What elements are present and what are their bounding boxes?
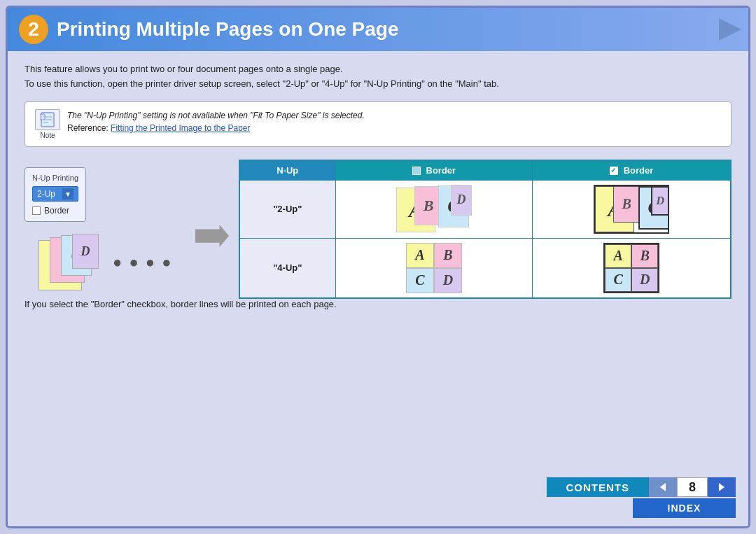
intro-line1: This feature allows you to print two or … <box>24 64 343 74</box>
nup-panel-title: N-Up Printing <box>32 174 78 182</box>
illus-2up-border: A B C D <box>594 185 669 234</box>
border-checkbox-icon <box>610 167 618 175</box>
svg-marker-5 <box>660 483 666 491</box>
bottom-nav: CONTENTS 8 INDEX <box>547 477 736 518</box>
arrow-right-icon <box>195 225 229 247</box>
main-content: This feature allows you to print two or … <box>8 51 748 328</box>
nup-select-dropdown[interactable]: 2-Up ▼ <box>32 186 78 202</box>
illus-4up-nb-b: B <box>434 243 462 268</box>
header-arrow-icon <box>719 18 741 41</box>
cell-4up-border: A B C D <box>533 238 731 298</box>
ellipsis-dots: ● ● ● ● <box>113 253 173 272</box>
result-table: N-Up Border Border "2-Up" <box>239 160 732 299</box>
page-title: Printing Multiple Pages on One Page <box>57 18 399 41</box>
table-row-2up: "2-Up" A B C D <box>239 180 731 238</box>
illus-2up-noborder: A B C D <box>396 185 472 234</box>
illus-2up-nb-d: D <box>451 185 472 216</box>
intro-text: This feature allows you to print two or … <box>24 62 732 92</box>
note-icon <box>35 109 60 130</box>
stacked-pages: A B C D <box>38 234 108 290</box>
note-link[interactable]: Fitting the Printed Image to the Paper <box>111 123 250 133</box>
illus-4up-border: A B C D <box>603 243 659 293</box>
row-label-2up: "2-Up" <box>239 180 335 238</box>
nup-panel-box: N-Up Printing 2-Up ▼ Border <box>24 167 86 222</box>
border-checkbox-label: Border <box>44 206 69 216</box>
footer-text: If you select the "Border" checkbox, bor… <box>24 299 732 309</box>
svg-rect-4 <box>40 114 45 120</box>
page-number: 8 <box>677 477 708 497</box>
nav-bottom-row: INDEX <box>633 498 736 518</box>
note-ref: Reference: Fitting the Printed Image to … <box>67 122 365 134</box>
cell-2up-noborder: A B C D <box>335 180 533 238</box>
illus-4up-b-c: C <box>605 268 631 292</box>
nup-select-value: 2-Up <box>37 189 55 199</box>
intro-line2: To use this function, open the printer d… <box>24 78 499 89</box>
page-container: 2 Printing Multiple Pages on One Page Th… <box>6 6 750 528</box>
pages-illustration: A B C D ● ● ● ● <box>38 234 173 290</box>
nav-right-button[interactable] <box>708 477 736 497</box>
illus-4up-b-b: B <box>631 244 658 268</box>
illus-4up-nb-d: D <box>434 268 462 293</box>
cell-4up-noborder: A B C D <box>335 238 533 298</box>
note-box: Note The "N-Up Printing" setting is not … <box>24 101 732 147</box>
illus-2up-b-b: B <box>613 186 640 223</box>
chapter-number: 2 <box>19 15 48 44</box>
illus-4up-noborder: A B C D <box>406 243 462 293</box>
nav-left-button[interactable] <box>649 477 677 497</box>
no-border-checkbox-icon <box>412 167 421 175</box>
demo-area: N-Up Printing 2-Up ▼ Border A B <box>24 160 732 299</box>
note-text: The "N-Up Printing" setting is not avail… <box>67 109 365 122</box>
index-button[interactable]: INDEX <box>633 498 736 518</box>
illus-4up-b-d: D <box>631 268 658 292</box>
note-label: Note <box>40 132 55 139</box>
note-icon-wrap: Note <box>35 109 60 139</box>
svg-marker-6 <box>719 483 724 491</box>
table-header-border: Border <box>533 160 731 181</box>
border-checkbox[interactable] <box>32 206 41 215</box>
nav-top-row: CONTENTS 8 <box>547 477 736 497</box>
contents-button[interactable]: CONTENTS <box>547 477 650 497</box>
nup-panel-area: N-Up Printing 2-Up ▼ Border A B <box>24 167 186 290</box>
illus-4up-b-a: A <box>605 244 631 268</box>
row-label-4up: "4-Up" <box>239 238 335 298</box>
page-header: 2 Printing Multiple Pages on One Page <box>8 8 748 51</box>
table-row-4up: "4-Up" A B C D <box>239 238 731 298</box>
cell-2up-border: A B C D <box>533 180 731 238</box>
illus-4up-nb-c: C <box>406 268 434 293</box>
page-card-d: D <box>72 234 99 269</box>
border-checkbox-row: Border <box>32 206 78 216</box>
note-content: The "N-Up Printing" setting is not avail… <box>67 109 365 134</box>
illus-2up-b-d: D <box>651 186 669 216</box>
table-header-nup: N-Up <box>239 160 335 181</box>
illus-4up-nb-a: A <box>406 243 434 268</box>
dropdown-arrow-icon: ▼ <box>62 188 74 199</box>
table-header-no-border: Border <box>335 160 533 181</box>
